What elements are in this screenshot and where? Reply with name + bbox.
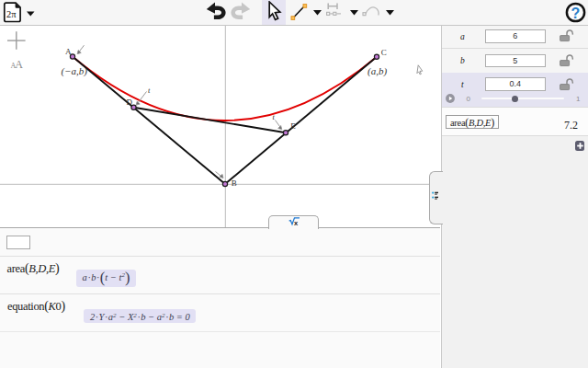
svg-text:(−a,b): (−a,b) bbox=[62, 65, 88, 77]
svg-text:D: D bbox=[126, 98, 132, 107]
svg-text:(a,b): (a,b) bbox=[368, 65, 387, 77]
svg-text:B: B bbox=[232, 178, 237, 188]
svg-text:A: A bbox=[65, 47, 72, 56]
svg-text:x: x bbox=[294, 219, 299, 226]
svg-text:E: E bbox=[290, 121, 296, 131]
svg-text:t: t bbox=[148, 86, 151, 95]
svg-text:C: C bbox=[381, 48, 387, 57]
svg-text:2π: 2π bbox=[6, 9, 17, 19]
svg-text:A: A bbox=[15, 58, 23, 71]
svg-text:?: ? bbox=[571, 6, 581, 21]
